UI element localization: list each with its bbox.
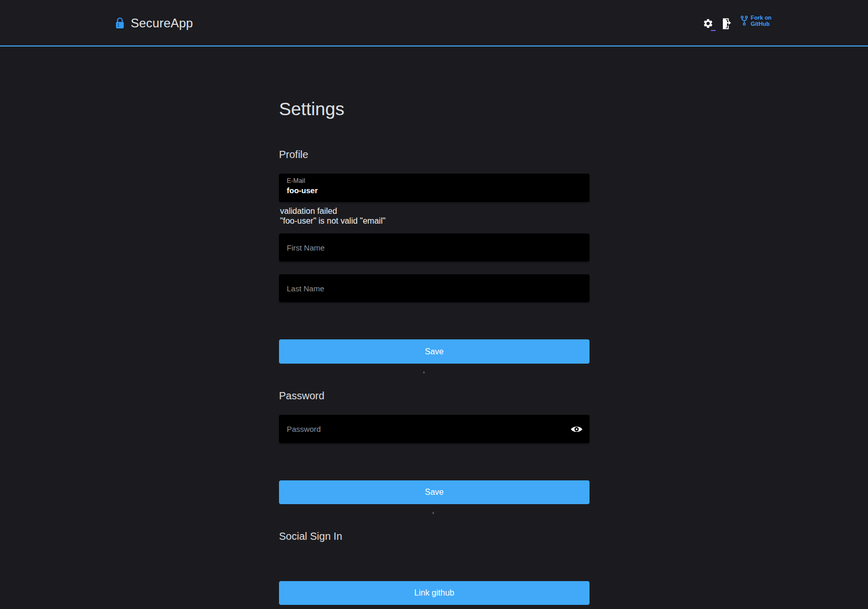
password-field[interactable] [279,415,590,443]
git-fork-icon [740,15,748,26]
page-title: Settings [279,99,344,119]
gear-active-underline [711,30,716,31]
link-github-button[interactable]: Link github [279,581,590,605]
settings-page: Settings Profile E-Mail validation faile… [279,0,590,609]
save-profile-button[interactable]: Save [279,339,590,364]
first-name-input[interactable] [279,233,590,261]
email-field-label: E-Mail [287,177,582,185]
lock-icon [115,17,125,29]
app-title: SecureApp [131,16,193,30]
email-validation-error: validation failed "foo-user" is not vali… [280,206,385,226]
password-input[interactable] [279,415,590,443]
social-signin-section-heading: Social Sign In [279,530,342,542]
validation-error-line1: validation failed [280,206,385,216]
app-logo: SecureApp [115,0,193,46]
save-password-button[interactable]: Save [279,480,590,504]
logout-button[interactable] [720,17,733,30]
settings-gear-button[interactable] [702,17,714,29]
last-name-input[interactable] [279,274,590,302]
gear-icon [703,18,714,29]
collapsed-indicator-dot [432,512,434,514]
fork-on-github-link[interactable]: Fork on GitHub [740,14,771,27]
email-field[interactable]: E-Mail [279,174,590,202]
logout-icon [721,18,732,29]
fork-link-text: Fork on GitHub [751,14,771,27]
eye-icon [570,425,583,433]
validation-error-line2: "foo-user" is not valid "email" [280,216,385,226]
profile-section-heading: Profile [279,149,308,161]
email-input[interactable] [287,186,582,195]
collapsed-indicator-dot [423,371,425,373]
toggle-password-visibility-button[interactable] [569,424,584,435]
password-section-heading: Password [279,390,324,402]
